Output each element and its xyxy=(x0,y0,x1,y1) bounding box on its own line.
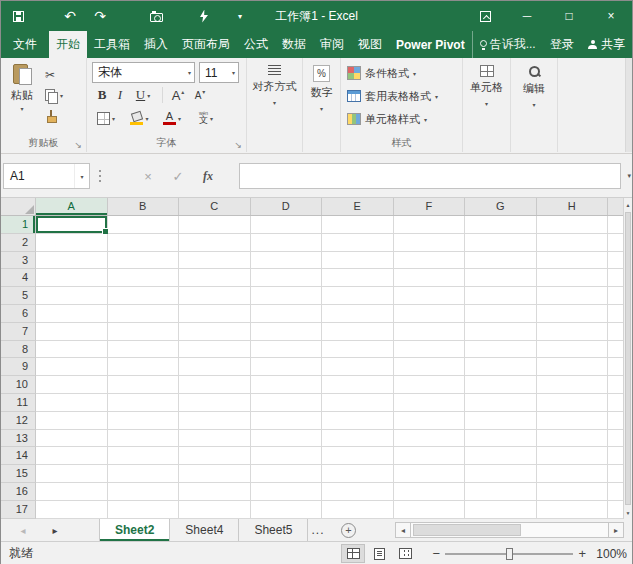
column-header-partial[interactable] xyxy=(608,198,623,215)
cell-partial-row-3[interactable] xyxy=(608,252,623,270)
cell-G8[interactable] xyxy=(465,341,537,359)
font-color-button[interactable]: A ▾ xyxy=(159,108,185,128)
cell-partial-row-8[interactable] xyxy=(608,341,623,359)
cell-partial-row-15[interactable] xyxy=(608,465,623,483)
cell-B13[interactable] xyxy=(108,430,180,448)
cell-E2[interactable] xyxy=(322,234,394,252)
cell-A15[interactable] xyxy=(36,465,108,483)
phonetic-guide-button[interactable]: wén文 ▾ xyxy=(191,108,221,128)
alignment-button[interactable]: 对齐方式 ▾ xyxy=(247,65,302,106)
cell-F12[interactable] xyxy=(394,412,466,430)
cell-C3[interactable] xyxy=(179,252,251,270)
cell-E8[interactable] xyxy=(322,341,394,359)
cell-B17[interactable] xyxy=(108,501,180,519)
font-size-select[interactable]: 11 ▾ xyxy=(199,62,239,83)
cell-G14[interactable] xyxy=(465,447,537,465)
cell-A11[interactable] xyxy=(36,394,108,412)
italic-button[interactable]: I xyxy=(113,85,127,105)
column-header-H[interactable]: H xyxy=(537,198,609,215)
cell-D16[interactable] xyxy=(251,483,323,501)
cell-D11[interactable] xyxy=(251,394,323,412)
maximize-button[interactable]: □ xyxy=(548,1,590,31)
cell-H10[interactable] xyxy=(537,376,609,394)
column-header-F[interactable]: F xyxy=(394,198,466,215)
cell-H6[interactable] xyxy=(537,305,609,323)
cell-E3[interactable] xyxy=(322,252,394,270)
column-header-E[interactable]: E xyxy=(322,198,394,215)
cell-F2[interactable] xyxy=(394,234,466,252)
conditional-formatting-button[interactable]: 条件格式 ▾ xyxy=(347,63,416,83)
page-break-view-button[interactable] xyxy=(393,544,417,563)
cell-F14[interactable] xyxy=(394,447,466,465)
cell-H2[interactable] xyxy=(537,234,609,252)
cell-B8[interactable] xyxy=(108,341,180,359)
cell-B11[interactable] xyxy=(108,394,180,412)
cell-C6[interactable] xyxy=(179,305,251,323)
cell-E1[interactable] xyxy=(322,216,394,234)
cell-G13[interactable] xyxy=(465,430,537,448)
tab-power-pivot[interactable]: Power Pivot xyxy=(389,31,472,58)
minimize-button[interactable]: ─ xyxy=(506,1,548,31)
cell-partial-row-13[interactable] xyxy=(608,430,623,448)
cell-A17[interactable] xyxy=(36,501,108,519)
more-sheets-button[interactable]: ... xyxy=(307,519,329,541)
cell-H3[interactable] xyxy=(537,252,609,270)
cell-partial-row-17[interactable] xyxy=(608,501,623,519)
cell-F15[interactable] xyxy=(394,465,466,483)
row-header-9[interactable]: 9 xyxy=(1,358,36,376)
cell-A16[interactable] xyxy=(36,483,108,501)
row-header-1[interactable]: 1 xyxy=(1,216,36,234)
cell-partial-row-10[interactable] xyxy=(608,376,623,394)
number-format-button[interactable]: % 数字 ▾ xyxy=(303,65,340,112)
cell-H1[interactable] xyxy=(537,216,609,234)
undo-button[interactable]: ↶ xyxy=(57,1,83,31)
cell-partial-row-6[interactable] xyxy=(608,305,623,323)
cell-B7[interactable] xyxy=(108,323,180,341)
cell-H12[interactable] xyxy=(537,412,609,430)
row-header-13[interactable]: 13 xyxy=(1,430,36,448)
cell-G3[interactable] xyxy=(465,252,537,270)
cell-A2[interactable] xyxy=(36,234,108,252)
insert-function-button[interactable]: fx xyxy=(193,169,223,184)
cell-C5[interactable] xyxy=(179,287,251,305)
cell-C16[interactable] xyxy=(179,483,251,501)
row-header-7[interactable]: 7 xyxy=(1,323,36,341)
previous-sheet-button[interactable]: ◂ xyxy=(13,519,33,541)
cell-F16[interactable] xyxy=(394,483,466,501)
cell-F5[interactable] xyxy=(394,287,466,305)
cell-E10[interactable] xyxy=(322,376,394,394)
cell-B2[interactable] xyxy=(108,234,180,252)
share-button[interactable]: 共享 xyxy=(581,31,632,58)
cell-styles-button[interactable]: 单元格样式 ▾ xyxy=(347,109,427,129)
fill-color-button[interactable]: ▾ xyxy=(125,108,153,128)
cell-E5[interactable] xyxy=(322,287,394,305)
cell-C14[interactable] xyxy=(179,447,251,465)
tab-review[interactable]: 审阅 xyxy=(313,31,351,58)
cell-A6[interactable] xyxy=(36,305,108,323)
cell-C12[interactable] xyxy=(179,412,251,430)
cell-partial-row-14[interactable] xyxy=(608,447,623,465)
cell-F8[interactable] xyxy=(394,341,466,359)
cell-H17[interactable] xyxy=(537,501,609,519)
cell-D8[interactable] xyxy=(251,341,323,359)
cell-H7[interactable] xyxy=(537,323,609,341)
cell-C8[interactable] xyxy=(179,341,251,359)
scroll-up-button[interactable]: ▲ xyxy=(624,198,632,211)
underline-button[interactable]: U ▾ xyxy=(129,85,157,105)
cell-B12[interactable] xyxy=(108,412,180,430)
row-header-3[interactable]: 3 xyxy=(1,252,36,270)
zoom-out-button[interactable]: − xyxy=(429,546,443,561)
cell-E15[interactable] xyxy=(322,465,394,483)
cell-D2[interactable] xyxy=(251,234,323,252)
cell-B5[interactable] xyxy=(108,287,180,305)
cell-A14[interactable] xyxy=(36,447,108,465)
tab-insert[interactable]: 插入 xyxy=(137,31,175,58)
enter-button[interactable]: ✓ xyxy=(163,169,193,184)
flash-button[interactable] xyxy=(191,1,217,31)
cell-partial-row-4[interactable] xyxy=(608,269,623,287)
cut-button[interactable]: ✂ xyxy=(45,65,55,84)
decrease-font-size-button[interactable]: A ▾ xyxy=(190,85,210,105)
cell-C15[interactable] xyxy=(179,465,251,483)
cell-H11[interactable] xyxy=(537,394,609,412)
cell-H16[interactable] xyxy=(537,483,609,501)
